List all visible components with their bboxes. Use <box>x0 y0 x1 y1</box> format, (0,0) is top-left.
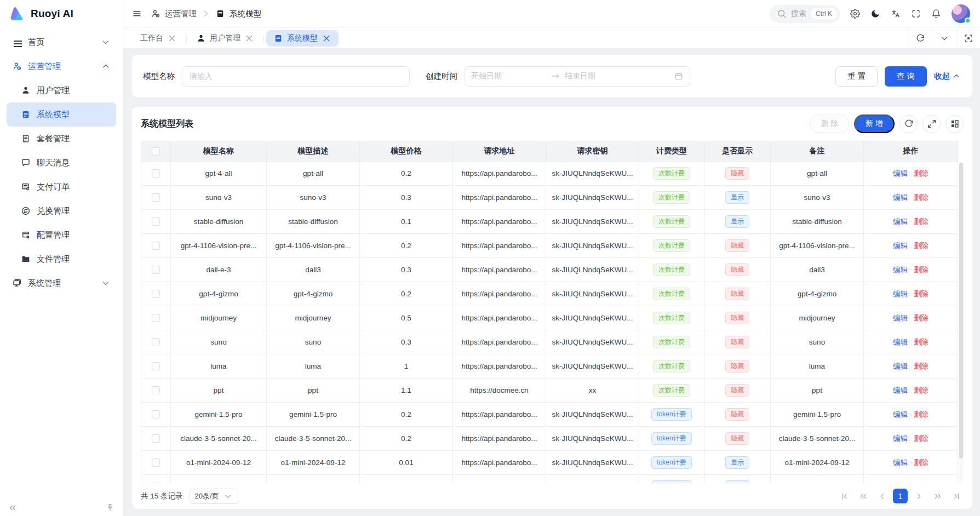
row-checkbox[interactable] <box>152 314 160 322</box>
date-range-picker[interactable]: 开始日期 结束日期 <box>465 66 690 87</box>
row-checkbox[interactable] <box>152 410 160 418</box>
expand-icon <box>927 119 937 129</box>
remark-cell: gpt-4-1106-vision-pre... <box>771 234 864 258</box>
hamburger-icon[interactable] <box>132 9 142 19</box>
refresh-tab-button[interactable] <box>908 28 932 48</box>
delete-link[interactable]: 删除 <box>914 169 929 177</box>
brand[interactable]: Ruoyi AI <box>0 0 123 27</box>
row-checkbox[interactable] <box>152 458 160 467</box>
add-button[interactable]: 新 增 <box>854 114 895 133</box>
delete-link[interactable]: 删除 <box>914 290 929 298</box>
sidebar-item-home[interactable]: 首页 <box>7 30 116 54</box>
edit-link[interactable]: 编辑 <box>893 169 908 177</box>
fullscreen-button[interactable] <box>911 9 921 19</box>
close-icon[interactable] <box>244 33 254 43</box>
model-name-input[interactable] <box>182 66 410 87</box>
row-checkbox[interactable] <box>152 483 160 483</box>
row-checkbox[interactable] <box>152 362 160 370</box>
select-all-checkbox[interactable] <box>152 147 160 156</box>
delete-link[interactable]: 删除 <box>914 217 929 226</box>
dark-mode-toggle[interactable] <box>870 9 880 19</box>
sidebar-item-payment-orders[interactable]: 支付订单 <box>7 175 116 199</box>
request-key-cell: sk-JIUQLNndqSeKWU... <box>546 282 639 306</box>
sidebar-item-system-management[interactable]: 系统管理 <box>7 271 116 295</box>
close-icon[interactable] <box>167 33 177 43</box>
collapse-filter-link[interactable]: 收起 <box>934 71 961 82</box>
edit-link[interactable]: 编辑 <box>893 314 908 322</box>
delete-link[interactable]: 删除 <box>914 483 929 484</box>
edit-link[interactable]: 编辑 <box>893 458 908 467</box>
content-fullscreen-button[interactable] <box>956 28 980 48</box>
close-icon[interactable] <box>322 33 331 43</box>
settings-button[interactable] <box>850 9 860 19</box>
edit-link[interactable]: 编辑 <box>893 386 908 394</box>
sidebar-item-chat-messages[interactable]: 聊天消息 <box>7 151 116 175</box>
tab-list-dropdown-button[interactable] <box>932 28 956 48</box>
sidebar-item-package-management[interactable]: 套餐管理 <box>7 127 116 151</box>
pin-icon[interactable] <box>105 503 115 513</box>
delete-link[interactable]: 删除 <box>914 410 929 418</box>
sidebar-item-exchange-management[interactable]: 兑换管理 <box>7 199 116 223</box>
sidebar-item-system-models[interactable]: 系统模型 <box>7 102 116 127</box>
row-checkbox[interactable] <box>152 386 160 394</box>
breadcrumb-system-models[interactable]: 系统模型 <box>215 9 261 19</box>
notifications-button[interactable] <box>931 9 941 19</box>
table-scrollbar-thumb[interactable] <box>959 163 963 458</box>
edit-link[interactable]: 编辑 <box>893 434 908 443</box>
expand-table-button[interactable] <box>922 115 941 133</box>
delete-link[interactable]: 删除 <box>914 362 929 370</box>
row-checkbox[interactable] <box>152 290 160 298</box>
tab-system-models[interactable]: 系统模型 <box>266 30 339 47</box>
query-button[interactable]: 查 询 <box>885 66 927 87</box>
delete-link[interactable]: 删除 <box>914 386 929 394</box>
column-settings-button[interactable] <box>945 115 964 133</box>
sidebar-item-file-management[interactable]: 文件管理 <box>7 247 116 271</box>
delete-link[interactable]: 删除 <box>914 193 929 202</box>
edit-link[interactable]: 编辑 <box>893 290 908 298</box>
page-number-current[interactable]: 1 <box>893 489 908 503</box>
tab-workbench[interactable]: 工作台 <box>133 30 184 47</box>
batch-delete-button[interactable]: 删 除 <box>810 114 849 133</box>
edit-link[interactable]: 编辑 <box>893 242 908 250</box>
edit-link[interactable]: 编辑 <box>893 410 908 418</box>
tab-user-management[interactable]: 用户管理 <box>189 30 261 47</box>
user-avatar[interactable] <box>952 4 970 23</box>
sidebar-item-operations[interactable]: 运营管理 <box>7 54 116 78</box>
global-search[interactable]: 搜索 Ctrl K <box>770 5 840 23</box>
delete-link[interactable]: 删除 <box>914 242 929 250</box>
next-page-button[interactable] <box>912 489 926 503</box>
language-switch-button[interactable] <box>891 9 901 19</box>
edit-link[interactable]: 编辑 <box>893 338 908 346</box>
prev-page-button[interactable] <box>874 489 889 503</box>
delete-link[interactable]: 删除 <box>914 314 929 322</box>
edit-link[interactable]: 编辑 <box>893 362 908 370</box>
next-5-pages-button[interactable] <box>930 489 945 503</box>
breadcrumb-operations[interactable]: 运营管理 <box>151 9 197 19</box>
last-page-button[interactable] <box>949 489 964 503</box>
edit-link[interactable]: 编辑 <box>893 483 908 484</box>
row-checkbox[interactable] <box>152 217 160 226</box>
delete-link[interactable]: 删除 <box>914 434 929 443</box>
delete-link[interactable]: 删除 <box>914 266 929 274</box>
row-checkbox[interactable] <box>152 338 160 346</box>
row-checkbox[interactable] <box>152 242 160 250</box>
visibility-tag: 隐藏 <box>725 167 749 180</box>
collapse-sidebar-icon[interactable] <box>8 503 18 513</box>
delete-link[interactable]: 删除 <box>914 338 929 346</box>
edit-link[interactable]: 编辑 <box>893 193 908 202</box>
delete-link[interactable]: 删除 <box>914 458 929 467</box>
edit-link[interactable]: 编辑 <box>893 266 908 274</box>
visibility-cell: 显示 <box>704 186 771 210</box>
row-checkbox[interactable] <box>152 169 160 177</box>
sidebar-item-config-management[interactable]: 配置管理 <box>7 223 116 247</box>
refresh-table-button[interactable] <box>899 115 918 133</box>
row-checkbox[interactable] <box>152 434 160 443</box>
prev-5-pages-button[interactable] <box>856 489 870 503</box>
edit-link[interactable]: 编辑 <box>893 217 908 226</box>
row-checkbox[interactable] <box>152 193 160 202</box>
row-checkbox[interactable] <box>152 266 160 274</box>
page-size-select[interactable]: 20条/页 <box>190 489 238 504</box>
reset-button[interactable]: 重 置 <box>835 66 878 87</box>
first-page-button[interactable] <box>837 489 852 503</box>
sidebar-item-user-management[interactable]: 用户管理 <box>7 78 116 102</box>
